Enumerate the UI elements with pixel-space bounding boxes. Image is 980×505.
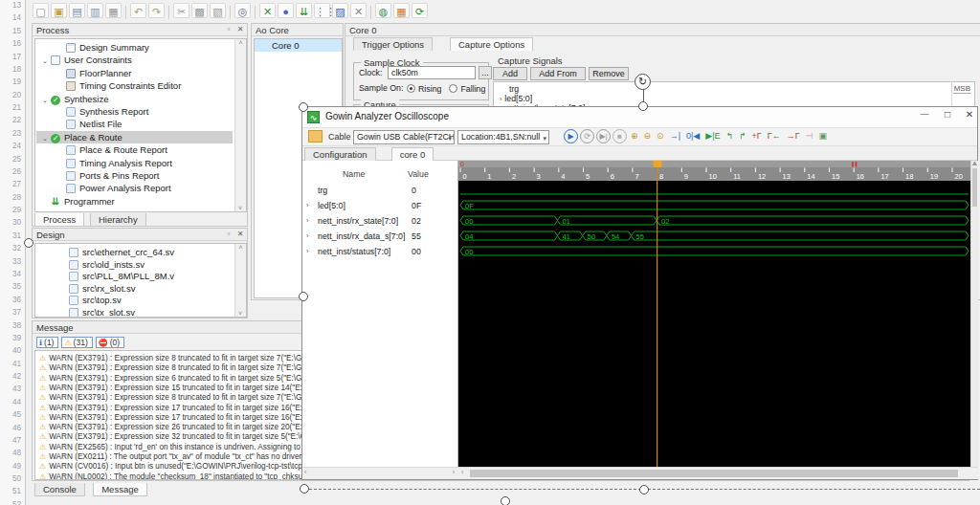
next-transition-icon[interactable]: ↱ xyxy=(737,129,748,143)
capture-signal-item[interactable]: trg xyxy=(496,84,972,94)
process-tree-item-design-summary[interactable]: Design Summary xyxy=(36,41,233,54)
rotate-handle-icon[interactable]: ↻ xyxy=(635,74,651,90)
design-file-item[interactable]: src\tx_slot.sv xyxy=(36,306,233,318)
selection-handle-top-left[interactable] xyxy=(299,102,308,112)
tab-console[interactable]: Console xyxy=(34,483,85,496)
button-remove[interactable]: Remove xyxy=(589,67,629,80)
process-tree-item-floorplanner[interactable]: FloorPlanner xyxy=(36,67,233,79)
button-add-from-trigger[interactable]: Add From Trigger xyxy=(530,67,586,80)
design-file-item[interactable]: src\PLL_8M\PLL_8M.v xyxy=(36,270,233,282)
floorplanner-icon[interactable]: ● xyxy=(278,3,294,18)
copy-icon[interactable]: ▩ xyxy=(191,3,208,18)
cable-select[interactable]: Gowin USB Cable(FT2CH) xyxy=(353,130,455,144)
zoom-fit-icon[interactable]: ⊙ xyxy=(655,129,666,143)
design-file-item[interactable]: src\rx_slot.sv xyxy=(36,282,233,295)
design-list-scrollbar[interactable]: ˄˅ xyxy=(234,244,246,317)
process-tree-item-user-constraints[interactable]: ⌄User Constraints xyxy=(36,54,233,66)
redo-icon[interactable]: ↷ xyxy=(148,3,165,18)
process-tree-item-place-route-report[interactable]: Place & Route Report xyxy=(36,143,233,156)
goto-cursor-icon[interactable]: →| xyxy=(668,129,682,143)
process-tree-item-timing-constraints-editor[interactable]: Timing Constraints Editor xyxy=(36,79,233,92)
run-capture-icon[interactable]: ▶ xyxy=(564,129,578,143)
selection-handle-bottom-left[interactable] xyxy=(300,484,309,494)
new-file-icon[interactable]: ▢ xyxy=(33,3,49,18)
signal-row-trg[interactable]: trg0 xyxy=(302,183,457,198)
tab-process[interactable]: Process xyxy=(34,213,84,227)
process-tree-item-synthesize[interactable]: ⌄✓Synthesize xyxy=(36,93,233,105)
cut-icon[interactable]: ✂ xyxy=(173,3,189,18)
expand-arrow-icon[interactable]: ⌄ xyxy=(42,132,51,144)
zoom-in-icon[interactable]: ⊕ xyxy=(629,129,640,143)
selection-handle-mid-left[interactable] xyxy=(299,292,308,301)
export-image-icon[interactable]: ▣ xyxy=(817,129,830,143)
close-panel-icon[interactable]: ✕ xyxy=(235,230,245,239)
add-marker-icon[interactable]: +Γ xyxy=(750,129,764,143)
tab-capture-options[interactable]: Capture Options xyxy=(450,37,533,51)
tab-message[interactable]: Message xyxy=(93,483,147,496)
timing-icon[interactable]: ⋮⋮ xyxy=(314,3,330,18)
tab-trigger-options[interactable]: Trigger Options xyxy=(353,37,433,51)
signal-table-hscrollbar[interactable]: ‹› xyxy=(302,467,458,479)
zoom-out-icon[interactable]: ⊖ xyxy=(642,129,654,143)
close-panel-icon[interactable]: ✕ xyxy=(235,25,245,34)
expand-arrow-icon[interactable]: ⌄ xyxy=(42,94,51,106)
expand-arrow-icon[interactable]: ⌄ xyxy=(42,55,51,67)
process-tree-item-netlist-file[interactable]: Netlist File xyxy=(36,118,233,130)
float-panel-icon[interactable]: ▫ xyxy=(224,25,234,34)
minimize-icon[interactable]: — xyxy=(915,109,934,119)
step-icon[interactable]: ▶| xyxy=(596,129,611,143)
expand-arrow-icon[interactable]: › xyxy=(306,244,308,259)
waveform-hscrollbar[interactable]: ‹ xyxy=(458,467,978,479)
prev-marker-icon[interactable]: Γ← xyxy=(766,129,783,143)
filter-error[interactable]: ⛔(0) xyxy=(96,337,124,348)
print-icon[interactable]: ▦ xyxy=(105,3,122,18)
place-route-icon[interactable]: ⇊ xyxy=(296,3,312,18)
process-tree-item-power-analysis-report[interactable]: Power Analysis Report xyxy=(36,182,233,194)
radio-rising[interactable]: Rising xyxy=(407,84,441,94)
outer-selection-handle-left[interactable] xyxy=(24,238,33,248)
process-tree-item-timing-analysis-report[interactable]: Timing Analysis Report xyxy=(36,157,233,169)
stop-icon[interactable]: ■ xyxy=(612,129,627,143)
expand-arrow-icon[interactable]: › xyxy=(306,229,308,244)
remove-marker-icon[interactable]: ⊣ xyxy=(804,129,815,143)
tab-core-0[interactable]: core 0 xyxy=(391,147,434,161)
capture-signal-item[interactable]: ›led[5:0] xyxy=(496,94,972,103)
float-panel-icon[interactable]: ▫ xyxy=(224,230,234,239)
prev-transition-icon[interactable]: ↰ xyxy=(724,129,736,143)
refresh-icon[interactable]: ⟳ xyxy=(412,3,428,18)
selection-handle-top-center[interactable] xyxy=(638,101,648,111)
signal-row-led-5-0-[interactable]: ›led[5:0]0F xyxy=(302,198,457,213)
expand-arrow-icon[interactable]: › xyxy=(306,213,308,229)
netlist-icon[interactable]: ✕ xyxy=(350,3,367,18)
save-icon[interactable]: ▤ xyxy=(69,3,85,18)
process-tree-scrollbar[interactable]: ˄˅ xyxy=(234,39,246,211)
open-file-icon[interactable] xyxy=(308,130,323,143)
signal-row-nett-inst-rx-state-7-0-[interactable]: ›nett_inst/rx_state[7:0]02 xyxy=(302,213,457,229)
tab-hierarchy[interactable]: Hierarchy xyxy=(90,213,146,227)
goto-zero-icon[interactable]: 0|◀ xyxy=(684,129,702,143)
filter-info[interactable]: ℹ(1) xyxy=(36,337,58,348)
expand-arrow-icon[interactable]: › xyxy=(306,198,308,213)
open-project-icon[interactable]: ▣ xyxy=(51,3,67,18)
signal-row-nett-inst-status-7-0-[interactable]: ›nett_inst/status[7:0]00 xyxy=(302,244,457,259)
process-tree-item-ports-pins-report[interactable]: Ports & Pins Report xyxy=(36,169,233,182)
waveform-canvas[interactable]: 0123456789101112131415161718192000F00010… xyxy=(458,161,970,467)
signal-row-nett-inst-rx-data-s-7-0-[interactable]: ›nett_inst/rx_data_s[7:0]55 xyxy=(302,229,457,244)
save-all-icon[interactable]: ▥ xyxy=(87,3,103,18)
tab-Configuration[interactable]: Configuration xyxy=(304,147,376,161)
rerun-icon[interactable]: ⟳ xyxy=(580,129,594,143)
process-tree-item-synthesis-report[interactable]: Synthesis Report xyxy=(36,105,233,118)
next-marker-icon[interactable]: →Γ xyxy=(785,129,802,143)
ao-core-item[interactable]: Core 0 xyxy=(255,39,342,52)
clock-input[interactable]: clk50m xyxy=(388,66,476,79)
expand-arrow-icon[interactable]: › xyxy=(500,96,501,102)
maximize-icon[interactable]: □ xyxy=(938,109,957,120)
radio-falling[interactable]: Falling xyxy=(449,84,485,94)
clock-browse-button[interactable]: ... xyxy=(479,66,492,79)
find-icon[interactable]: ◎ xyxy=(234,3,251,18)
waveform-vscrollbar[interactable] xyxy=(970,161,978,467)
message-row[interactable]: ⚠WARN (NL0002) : The module "checksum_18… xyxy=(39,472,335,480)
undo-icon[interactable]: ↶ xyxy=(130,3,146,18)
process-tree-item-programmer[interactable]: ⇊Programmer xyxy=(36,195,233,208)
design-file-item[interactable]: src\old_insts.sv xyxy=(36,258,233,271)
